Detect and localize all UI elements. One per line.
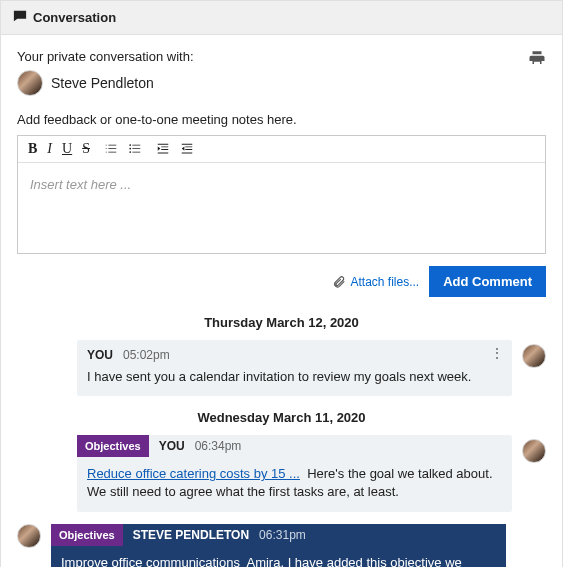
outdent-button[interactable] (180, 142, 194, 156)
svg-point-0 (129, 144, 131, 146)
participant-name: Steve Pendleton (51, 75, 154, 91)
print-icon[interactable] (528, 49, 546, 70)
objective-link[interactable]: Reduce office catering costs by 15 ... (87, 466, 300, 481)
date-separator: Wednesday March 11, 2020 (17, 410, 546, 425)
message-time: 06:31pm (259, 528, 306, 542)
panel-header: Conversation (1, 1, 562, 35)
message-bubble: Objectives YOU 06:34pm Reduce office cat… (77, 435, 512, 511)
attach-files-label: Attach files... (350, 275, 419, 289)
message-body: I have sent you a calendar invitation to… (87, 368, 502, 386)
editor-textarea[interactable]: Insert text here ... (18, 163, 545, 253)
strike-button[interactable]: S (82, 142, 90, 156)
avatar (17, 524, 41, 548)
message-thread: Thursday March 12, 2020 ⋮ YOU 05:02pm I … (17, 315, 546, 567)
message-body: Reduce office catering costs by 15 ... H… (87, 465, 502, 501)
message-author: YOU (87, 348, 113, 362)
message-author: STEVE PENDLETON (133, 528, 249, 542)
chat-icon (13, 9, 27, 26)
editor-hint: Add feedback or one-to-one meeting notes… (17, 112, 546, 127)
message-time: 05:02pm (123, 348, 170, 362)
bold-button[interactable]: B (28, 142, 37, 156)
message-bubble: Objectives STEVE PENDLETON 06:31pm Impro… (51, 524, 506, 567)
underline-button[interactable]: U (62, 142, 72, 156)
message-body: Improve office communications Amira, I h… (61, 554, 496, 567)
message-row: Objectives STEVE PENDLETON 06:31pm Impro… (17, 524, 546, 567)
ordered-list-button[interactable] (104, 142, 118, 156)
objective-badge: Objectives (77, 435, 149, 457)
date-separator: Thursday March 12, 2020 (17, 315, 546, 330)
svg-point-2 (129, 151, 131, 153)
intro-text: Your private conversation with: (17, 49, 194, 64)
add-comment-button[interactable]: Add Comment (429, 266, 546, 297)
avatar (522, 344, 546, 368)
participant-row: Steve Pendleton (17, 70, 194, 96)
message-author: YOU (159, 439, 185, 453)
editor-toolbar: B I U S (18, 136, 545, 163)
attach-files-link[interactable]: Attach files... (332, 275, 419, 289)
message-row: ⋮ YOU 05:02pm I have sent you a calendar… (17, 340, 546, 396)
objective-link[interactable]: Improve office communications (61, 555, 240, 567)
message-time: 06:34pm (195, 439, 242, 453)
unordered-list-button[interactable] (128, 142, 142, 156)
avatar (522, 439, 546, 463)
objective-badge: Objectives (51, 524, 123, 546)
panel-title: Conversation (33, 10, 116, 25)
indent-button[interactable] (156, 142, 170, 156)
conversation-panel: Conversation Your private conversation w… (0, 0, 563, 567)
avatar (17, 70, 43, 96)
message-bubble: ⋮ YOU 05:02pm I have sent you a calendar… (77, 340, 512, 396)
message-row: Objectives YOU 06:34pm Reduce office cat… (17, 435, 546, 511)
rich-text-editor: B I U S (17, 135, 546, 254)
message-menu-icon[interactable]: ⋮ (490, 346, 504, 360)
svg-point-1 (129, 148, 131, 150)
italic-button[interactable]: I (47, 142, 52, 156)
